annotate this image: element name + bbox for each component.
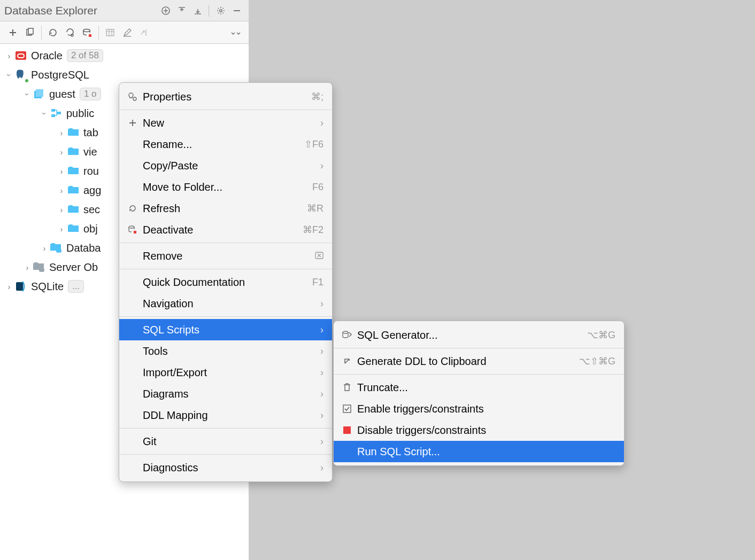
separator: [334, 348, 624, 348]
chevron-right-icon[interactable]: ›: [57, 167, 66, 176]
menu-navigation[interactable]: Navigation ›: [119, 293, 332, 314]
chevron-right-icon[interactable]: ›: [57, 128, 66, 137]
submenu-arrow-icon: ›: [320, 118, 323, 129]
count-badge: 2 of 58: [67, 49, 103, 62]
chevron-right-icon[interactable]: ›: [57, 147, 66, 157]
add-data-source-icon[interactable]: [158, 3, 173, 18]
deactivate-icon: [126, 225, 140, 235]
table-icon[interactable]: [102, 25, 119, 41]
edit-icon[interactable]: [119, 25, 136, 41]
svg-point-1: [220, 9, 222, 11]
separator: [334, 374, 624, 375]
checkbox-checked-icon: [340, 405, 354, 413]
menu-move-folder[interactable]: Move to Folder... F6: [119, 176, 332, 198]
menu-import-export[interactable]: Import/Export ›: [119, 362, 332, 383]
menu-sql-scripts[interactable]: SQL Scripts ›: [119, 319, 332, 340]
separator: [119, 454, 332, 455]
chevron-right-icon[interactable]: ›: [57, 186, 66, 195]
chevron-right-icon[interactable]: ›: [57, 205, 66, 214]
folder-icon: [66, 164, 80, 178]
svg-rect-24: [343, 426, 351, 434]
tree-label: public: [66, 107, 94, 120]
folder-icon: [66, 126, 80, 139]
menu-label: Remove: [140, 250, 315, 262]
minimize-icon[interactable]: [229, 3, 244, 18]
menu-rename[interactable]: Rename... ⇧F6: [119, 134, 332, 155]
folder-icon: [66, 183, 80, 197]
refresh-settings-icon[interactable]: [61, 25, 79, 41]
menu-copy-paste[interactable]: Copy/Paste ›: [119, 155, 332, 176]
chevron-down-icon[interactable]: ›: [5, 70, 14, 80]
submenu-disable-triggers[interactable]: Disable triggers/constraints: [334, 419, 624, 441]
submenu-generate-ddl[interactable]: Generate DDL to Clipboard ⌥⇧⌘G: [334, 351, 624, 372]
expand-icon[interactable]: [190, 3, 205, 18]
menu-label: Git: [140, 435, 320, 448]
postgresql-icon: [14, 68, 28, 82]
chevron-right-icon[interactable]: ›: [4, 282, 14, 291]
chevron-down-icon[interactable]: ›: [40, 108, 49, 118]
menu-properties[interactable]: Properties ⌘;: [119, 86, 332, 107]
refresh-icon[interactable]: [44, 25, 61, 41]
svg-point-5: [83, 29, 90, 32]
settings-icon[interactable]: [213, 3, 228, 18]
menu-ddl-mapping[interactable]: DDL Mapping ›: [119, 405, 332, 426]
submenu-arrow-icon: ›: [320, 388, 323, 400]
menu-deactivate[interactable]: Deactivate ⌘F2: [119, 219, 332, 240]
more-icon[interactable]: [227, 25, 244, 41]
chevron-right-icon[interactable]: ›: [22, 263, 32, 272]
submenu-sql-generator[interactable]: SQL Generator... ⌥⌘G: [334, 324, 624, 346]
shortcut: ⌥⇧⌘G: [579, 355, 615, 367]
tree-label: sec: [83, 204, 100, 216]
folder-icon: [66, 145, 80, 159]
refresh-icon: [126, 204, 140, 213]
svg-rect-3: [28, 28, 33, 34]
separator: [41, 26, 42, 40]
menu-label: Run SQL Script...: [354, 446, 615, 458]
menu-label: Truncate...: [354, 382, 615, 394]
chevron-right-icon[interactable]: ›: [40, 244, 49, 253]
menu-remove[interactable]: Remove: [119, 245, 332, 267]
chevron-down-icon[interactable]: ›: [23, 89, 32, 99]
tree-label: vie: [83, 146, 97, 158]
menu-label: SQL Generator...: [354, 329, 587, 341]
menu-label: Tools: [140, 345, 320, 357]
submenu-run-sql-script[interactable]: Run SQL Script...: [334, 441, 624, 462]
deactivate-icon[interactable]: [79, 25, 96, 41]
menu-git[interactable]: Git ›: [119, 431, 332, 452]
menu-diagnostics[interactable]: Diagnostics ›: [119, 457, 332, 478]
menu-quick-documentation[interactable]: Quick Documentation F1: [119, 271, 332, 293]
shortcut: ⌘;: [311, 91, 323, 103]
delete-icon: [315, 251, 323, 262]
jump-icon[interactable]: [136, 25, 153, 41]
svg-point-19: [129, 226, 134, 228]
tree-node-oracle[interactable]: › Oracle 2 of 58: [0, 46, 249, 65]
tree-label: agg: [83, 184, 101, 197]
collapse-icon[interactable]: [174, 3, 189, 18]
menu-label: Refresh: [140, 203, 307, 215]
menu-refresh[interactable]: Refresh ⌘R: [119, 198, 332, 219]
chevron-right-icon[interactable]: ›: [57, 224, 66, 234]
chevron-right-icon[interactable]: ›: [4, 51, 14, 60]
svg-rect-8: [16, 51, 26, 60]
menu-new[interactable]: New ›: [119, 112, 332, 134]
tree-node-postgresql[interactable]: › PostgreSQL: [0, 65, 249, 84]
svg-rect-23: [343, 405, 351, 413]
separator: [209, 5, 209, 17]
submenu-truncate[interactable]: Truncate...: [334, 377, 624, 398]
submenu-enable-triggers[interactable]: Enable triggers/constraints: [334, 398, 624, 419]
svg-point-18: [133, 97, 136, 100]
separator: [119, 110, 332, 110]
tree-label: Server Ob: [49, 261, 98, 274]
shortcut: ⌘R: [307, 203, 323, 214]
svg-rect-11: [36, 89, 43, 97]
menu-label: Enable triggers/constraints: [354, 403, 615, 415]
folder-icon: [66, 203, 80, 216]
toolbar: [0, 21, 249, 44]
duplicate-icon[interactable]: [21, 25, 38, 41]
menu-label: Deactivate: [140, 224, 303, 236]
new-icon[interactable]: [4, 25, 21, 41]
submenu-arrow-icon: ›: [320, 462, 323, 473]
menu-tools[interactable]: Tools ›: [119, 340, 332, 362]
menu-diagrams[interactable]: Diagrams ›: [119, 383, 332, 405]
schema-icon: [49, 106, 63, 120]
